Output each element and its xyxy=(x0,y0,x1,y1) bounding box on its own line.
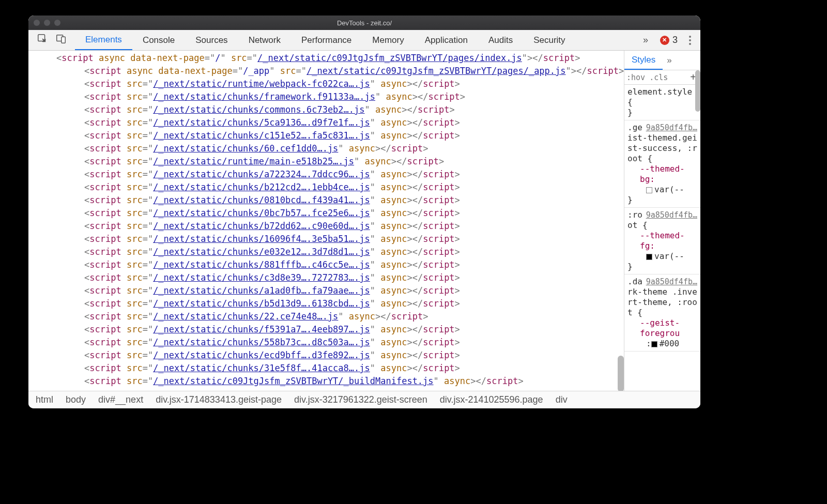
more-tabs-icon[interactable]: » xyxy=(639,35,652,45)
traffic-close[interactable] xyxy=(34,20,40,26)
dom-node[interactable]: <script src="/_next/static/chunks/22.ce7… xyxy=(28,310,624,323)
styles-tab[interactable]: Styles xyxy=(624,51,663,70)
traffic-lights[interactable] xyxy=(34,20,60,26)
rule-geist-success[interactable]: 9a850df4fb… .geist-themed.geist-success,… xyxy=(624,120,700,208)
error-count: 3 xyxy=(672,35,678,45)
dom-node[interactable]: <script src="/_next/static/runtime/main-… xyxy=(28,155,624,168)
breadcrumb-bar: htmlbodydiv#__nextdiv.jsx-1714833413.gei… xyxy=(28,391,700,408)
dom-node[interactable]: <script src="/_next/static/chunks/b5d13d… xyxy=(28,297,624,310)
tab-network[interactable]: Network xyxy=(238,30,291,50)
menu-icon[interactable] xyxy=(686,36,694,45)
dom-node[interactable]: <script src="/_next/static/chunks/ecd9bf… xyxy=(28,349,624,362)
styles-sidebar: Styles » :hov .cls + element.style { } 9… xyxy=(624,51,700,391)
breadcrumb-item[interactable]: div.jsx-3217961322.geist-screen xyxy=(294,394,427,405)
error-badge[interactable]: ✕ 3 xyxy=(660,35,678,45)
tab-elements[interactable]: Elements xyxy=(75,30,132,50)
dom-node[interactable]: <script src="/_next/static/chunks/c151e5… xyxy=(28,129,624,142)
styles-more-icon[interactable]: » xyxy=(663,51,676,70)
dom-node[interactable]: <script src="/_next/static/chunks/0810bc… xyxy=(28,194,624,207)
dom-node[interactable]: <script async data-next-page="/_app" src… xyxy=(28,65,624,78)
styles-scrollbar[interactable] xyxy=(695,70,700,112)
cls-toggle[interactable]: .cls xyxy=(649,73,668,82)
devtools-window: DevTools - zeit.co/ ElementsConsoleSourc… xyxy=(28,16,700,408)
tab-performance[interactable]: Performance xyxy=(291,30,362,50)
dom-node[interactable]: <script src="/_next/static/chunks/0bc7b5… xyxy=(28,207,624,220)
tab-memory[interactable]: Memory xyxy=(362,30,414,50)
breadcrumb-item[interactable]: div xyxy=(556,394,568,405)
elements-panel[interactable]: <script async data-next-page="/" src="/_… xyxy=(28,51,624,391)
breadcrumb-item[interactable]: div.jsx-1714833413.geist-page xyxy=(156,394,282,405)
dom-node[interactable]: <script src="/_next/static/chunks/common… xyxy=(28,103,624,116)
window-title: DevTools - zeit.co/ xyxy=(28,19,700,27)
dom-node[interactable]: <script src="/_next/static/chunks/c3d8e3… xyxy=(28,271,624,284)
device-toggle-icon[interactable] xyxy=(55,33,67,47)
dom-node[interactable]: <script src="/_next/static/chunks/881fff… xyxy=(28,258,624,271)
dom-node[interactable]: <script src="/_next/static/chunks/5ca913… xyxy=(28,116,624,129)
rule-dark-theme[interactable]: 9a850df4fb… .dark-theme .invert-theme, :… xyxy=(624,274,700,352)
main-area: <script async data-next-page="/" src="/_… xyxy=(28,51,700,391)
dom-node[interactable]: <script src="/_next/static/chunks/60.cef… xyxy=(28,142,624,155)
panel-tabs: ElementsConsoleSourcesNetworkPerformance… xyxy=(75,30,576,50)
breadcrumb-item[interactable]: div.jsx-2141025596.page xyxy=(440,394,543,405)
dom-node[interactable]: <script src="/_next/static/chunks/f5391a… xyxy=(28,323,624,336)
error-icon: ✕ xyxy=(660,36,669,45)
tab-security[interactable]: Security xyxy=(523,30,575,50)
dom-node[interactable]: <script src="/_next/static/chunks/a72232… xyxy=(28,168,624,181)
dom-node[interactable]: <script src="/_next/static/chunks/16096f… xyxy=(28,233,624,246)
scrollbar-thumb[interactable] xyxy=(618,356,624,391)
tab-sources[interactable]: Sources xyxy=(185,30,238,50)
inspect-icon[interactable] xyxy=(37,33,48,47)
rule-element-style[interactable]: element.style { } xyxy=(624,85,700,120)
dom-node[interactable]: <script src="/_next/static/chunks/e032e1… xyxy=(28,246,624,258)
titlebar: DevTools - zeit.co/ xyxy=(28,16,700,30)
source-link[interactable]: 9a850df4fb… xyxy=(646,123,697,133)
dom-node[interactable]: <script src="/_next/static/chunks/31e5f8… xyxy=(28,362,624,375)
breadcrumb-item[interactable]: div#__next xyxy=(98,394,143,405)
source-link[interactable]: 9a850df4fb… xyxy=(646,277,697,287)
dom-node[interactable]: <script src="/_next/static/chunks/b212cd… xyxy=(28,181,624,194)
hov-toggle[interactable]: :hov xyxy=(626,73,645,82)
tab-audits[interactable]: Audits xyxy=(478,30,523,50)
dom-node[interactable]: <script src="/_next/static/chunks/a1ad0f… xyxy=(28,284,624,297)
svg-rect-2 xyxy=(62,37,65,43)
dom-node[interactable]: <script src="/_next/static/c09JtgJsfm_zS… xyxy=(28,375,624,388)
dom-node[interactable]: <script src="/_next/static/chunks/framew… xyxy=(28,90,624,103)
dom-node[interactable]: <script src="/_next/static/chunks/558b73… xyxy=(28,336,624,349)
source-link[interactable]: 9a850df4fb… xyxy=(646,210,697,220)
breadcrumb-item[interactable]: body xyxy=(66,394,86,405)
traffic-minimize[interactable] xyxy=(44,20,50,26)
breadcrumb-item[interactable]: html xyxy=(36,394,53,405)
traffic-zoom[interactable] xyxy=(54,20,60,26)
toolbar: ElementsConsoleSourcesNetworkPerformance… xyxy=(28,30,700,51)
dom-node[interactable]: <script src="/_next/static/chunks/b72dd6… xyxy=(28,220,624,233)
tab-application[interactable]: Application xyxy=(415,30,478,50)
dom-node[interactable]: <script src="/_next/static/runtime/webpa… xyxy=(28,78,624,90)
tab-console[interactable]: Console xyxy=(132,30,185,50)
dom-node[interactable]: <script async data-next-page="/" src="/_… xyxy=(28,52,624,65)
rule-root-fg[interactable]: 9a850df4fb… :root { --themed-fg: var(-- … xyxy=(624,208,700,274)
